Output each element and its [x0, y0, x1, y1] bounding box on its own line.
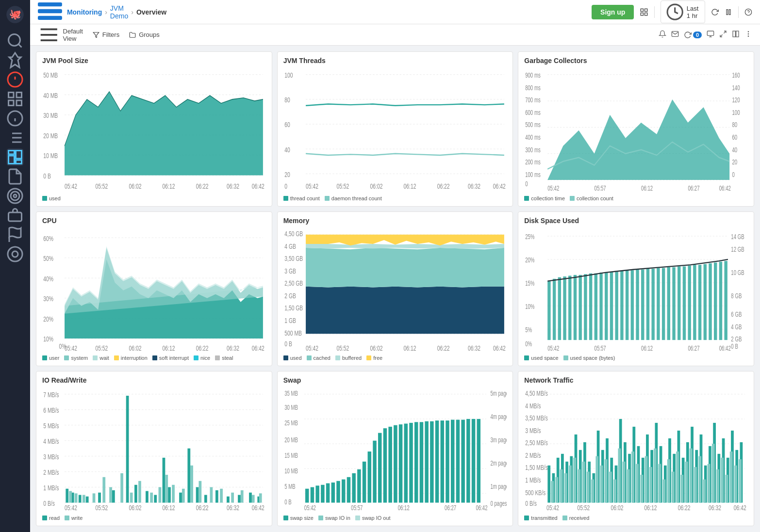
legend-item-wait: wait	[93, 355, 109, 361]
groups-button[interactable]: Groups	[129, 31, 160, 38]
sidebar-info[interactable]	[6, 110, 24, 127]
svg-rect-276	[182, 489, 185, 503]
svg-text:4,50 GB: 4,50 GB	[284, 230, 303, 238]
svg-text:5m pages/s: 5m pages/s	[490, 389, 507, 397]
svg-rect-267	[102, 477, 105, 503]
sidebar-reports[interactable]	[6, 168, 24, 185]
app-logo[interactable]: 🐙	[5, 5, 25, 24]
signup-button[interactable]: Sign up	[592, 5, 634, 19]
svg-text:15 MB: 15 MB	[284, 451, 298, 459]
svg-rect-419	[596, 456, 599, 503]
svg-text:06:42: 06:42	[719, 344, 731, 352]
sidebar-rocket[interactable]	[6, 51, 24, 69]
svg-rect-206	[652, 269, 655, 340]
svg-rect-430	[645, 456, 648, 503]
svg-text:4 GB: 4 GB	[731, 322, 742, 330]
svg-rect-33	[38, 2, 62, 6]
svg-text:2,50 GB: 2,50 GB	[284, 279, 303, 287]
legend-label-system: system	[71, 355, 88, 361]
legend-label-collection-time: collection time	[531, 195, 565, 201]
panel-title-network: Network Traffic	[524, 376, 748, 384]
legend-memory: used cached buffered free	[283, 355, 507, 361]
svg-rect-320	[352, 473, 355, 503]
svg-rect-335	[430, 421, 433, 503]
svg-text:25%: 25%	[525, 233, 534, 241]
pause-icon[interactable]	[725, 8, 732, 16]
svg-rect-259	[227, 497, 230, 503]
legend-label-transmitted: transmitted	[531, 515, 557, 521]
bell-icon[interactable]	[659, 30, 666, 40]
svg-marker-48	[93, 32, 99, 37]
sidebar-flags[interactable]	[6, 226, 24, 243]
svg-text:06:42: 06:42	[252, 504, 264, 512]
svg-text:06:12: 06:12	[641, 185, 653, 193]
svg-text:5 MB/s: 5 MB/s	[43, 422, 59, 430]
svg-rect-326	[383, 428, 386, 502]
display-icon[interactable]	[707, 30, 714, 40]
sidebar-search[interactable]	[6, 32, 24, 49]
svg-text:0: 0	[284, 182, 287, 190]
svg-text:60%: 60%	[43, 235, 53, 242]
svg-rect-251	[154, 495, 157, 503]
svg-rect-273	[159, 487, 162, 503]
svg-text:06:22: 06:22	[437, 182, 449, 190]
svg-rect-201	[626, 270, 628, 340]
svg-text:6 MB/s: 6 MB/s	[43, 407, 59, 415]
legend-item-used-space-bytes: used space (bytes)	[563, 355, 615, 361]
svg-text:06:22: 06:22	[196, 182, 209, 190]
email-icon[interactable]	[671, 30, 679, 40]
filters-button[interactable]: Filters	[93, 31, 119, 38]
svg-rect-434	[663, 480, 666, 503]
sidebar-bot[interactable]	[6, 207, 24, 224]
legend-label-swap-size: swap size	[290, 515, 314, 521]
legend-dot-wait	[93, 355, 98, 360]
legend-item-buffered: buffered	[335, 355, 362, 361]
more-icon[interactable]	[744, 30, 752, 40]
legend-network: transmitted received	[524, 515, 748, 521]
svg-rect-257	[204, 495, 207, 503]
default-view-button[interactable]: Default View	[38, 24, 83, 46]
toolbar-right: 0	[659, 30, 752, 40]
svg-rect-445	[712, 444, 715, 502]
fullscreen-icon[interactable]	[719, 30, 727, 40]
sidebar-palette[interactable]	[6, 245, 24, 263]
legend-label-read: read	[49, 515, 60, 521]
svg-rect-420	[600, 466, 603, 503]
legend-jvm-pool-size: used	[42, 195, 266, 201]
topnav-apps-icon[interactable]	[640, 8, 648, 16]
svg-text:2 MB/s: 2 MB/s	[526, 452, 541, 460]
svg-text:900 ms: 900 ms	[525, 71, 541, 79]
panel-title-cpu: CPU	[42, 217, 266, 225]
sidebar-grid[interactable]	[6, 90, 24, 108]
svg-text:05:42: 05:42	[306, 182, 318, 190]
help-icon[interactable]	[744, 8, 752, 16]
svg-rect-49	[707, 31, 713, 35]
svg-rect-343	[471, 419, 475, 503]
svg-rect-245	[86, 497, 89, 503]
split-icon[interactable]	[732, 30, 740, 40]
breadcrumb-monitoring[interactable]: Monitoring	[67, 8, 102, 16]
refresh-icon[interactable]	[711, 8, 719, 16]
svg-text:2,50 MB/s: 2,50 MB/s	[526, 439, 548, 447]
svg-text:700 ms: 700 ms	[525, 96, 541, 104]
notification-with-badge[interactable]: 0	[684, 31, 702, 39]
sidebar-list[interactable]	[6, 129, 24, 146]
svg-text:06:12: 06:12	[397, 504, 409, 512]
breadcrumb-jvm-demo[interactable]: JVM Demo	[110, 4, 128, 20]
groups-label: Groups	[139, 31, 160, 38]
sidebar-targets[interactable]	[6, 187, 24, 205]
svg-point-32	[12, 251, 18, 257]
sidebar-dashboard[interactable]	[6, 148, 24, 166]
panel-title-swap: Swap	[283, 376, 507, 384]
sidebar-alerts[interactable]	[6, 71, 24, 88]
svg-rect-208	[662, 268, 665, 340]
default-view-label: Default View	[63, 28, 83, 42]
time-range[interactable]: Last 1 hr	[661, 0, 705, 23]
svg-rect-39	[645, 13, 647, 15]
svg-rect-325	[378, 433, 381, 503]
svg-point-25	[11, 192, 19, 200]
legend-label-used-space: used space	[531, 355, 558, 361]
legend-item-transmitted: transmitted	[524, 515, 557, 521]
svg-text:100 ms: 100 ms	[525, 171, 541, 178]
svg-rect-191	[574, 275, 577, 340]
